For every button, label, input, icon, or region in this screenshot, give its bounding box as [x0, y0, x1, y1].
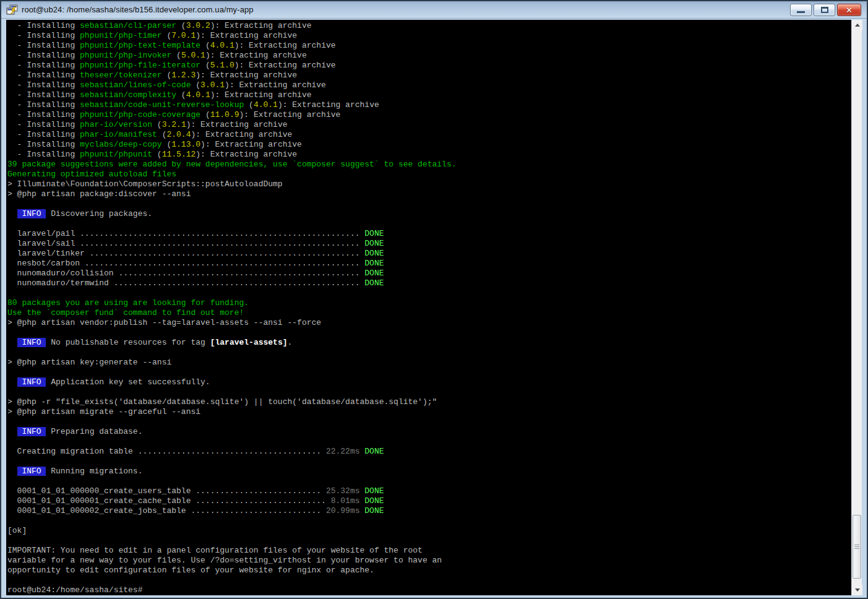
terminal-line: > @php artisan migrate --graceful --ansi	[7, 407, 854, 417]
terminal-line: - Installing sebastian/complexity (4.0.1…	[7, 90, 854, 100]
terminal-line: 39 package suggestions were added by new…	[7, 160, 854, 170]
terminal-line: - Installing sebastian/lines-of-code (3.…	[7, 80, 854, 90]
terminal-line: > @php artisan key:generate --ansi	[7, 358, 854, 368]
terminal-line	[7, 437, 854, 447]
terminal-line: Creating migration table ...............…	[7, 447, 854, 457]
terminal-line: laravel/tinker .........................…	[7, 249, 854, 259]
terminal-line	[7, 516, 854, 526]
terminal-line: INFO No publishable resources for tag [l…	[7, 338, 854, 348]
terminal-line	[7, 288, 854, 298]
terminal-line: nesbot/carbon ..........................…	[7, 259, 854, 269]
terminal-line	[7, 348, 854, 358]
putty-window: root@ub24: /home/sasha/sites/b156.itdeve…	[0, 0, 868, 599]
terminal-line: [ok]	[7, 526, 854, 536]
scroll-up-button[interactable]	[852, 20, 862, 30]
terminal-line: - Installing phpunit/php-invoker (5.0.1)…	[7, 51, 854, 61]
terminal-line: variable for a new way to your files. Us…	[7, 556, 854, 566]
terminal-line: - Installing phpunit/php-timer (7.0.1): …	[7, 31, 854, 41]
terminal-line: nunomaduro/collision ...................…	[7, 269, 854, 278]
terminal-line: - Installing phar-io/manifest (2.0.4): E…	[7, 130, 854, 140]
terminal-line	[7, 368, 854, 377]
terminal-line	[7, 536, 854, 546]
terminal-line: Use the `composer fund` command to find …	[7, 308, 854, 318]
terminal-line: nunomaduro/termwind ....................…	[7, 278, 854, 288]
scroll-down-icon	[855, 588, 860, 592]
terminal-line: - Installing theseer/tokenizer (1.2.3): …	[7, 71, 854, 80]
terminal-line: Generating optimized autoload files	[7, 170, 854, 179]
window-controls: ✕	[790, 4, 861, 16]
scrollbar-thumb[interactable]	[853, 515, 861, 579]
terminal-line: laravel/pail ...........................…	[7, 229, 854, 239]
terminal-line: INFO Discovering packages.	[7, 209, 854, 219]
minimize-icon	[797, 11, 805, 13]
scroll-down-button[interactable]	[852, 585, 862, 595]
terminal-line: INFO Preparing database.	[7, 427, 854, 437]
terminal-line: > Illuminate\Foundation\ComposerScripts:…	[7, 179, 854, 189]
terminal-line	[7, 457, 854, 467]
terminal-line: - Installing sebastian/cli-parser (3.0.2…	[7, 21, 854, 31]
terminal-line: 0001_01_01_000001_create_cache_table ...…	[7, 496, 854, 506]
terminal-line: - Installing sebastian/code-unit-reverse…	[7, 100, 854, 110]
minimize-button[interactable]	[790, 4, 812, 16]
close-button[interactable]: ✕	[837, 4, 861, 16]
terminal-line: - Installing phpunit/php-text-template (…	[7, 41, 854, 51]
terminal-line: opportunity to edit configuration files …	[7, 566, 854, 575]
terminal-line: - Installing phar-io/version (3.2.1): Ex…	[7, 120, 854, 130]
terminal-line: > @php artisan package:discover --ansi	[7, 189, 854, 199]
terminal-line: 80 packages you are using are looking fo…	[7, 298, 854, 308]
terminal-line: - Installing myclabs/deep-copy (1.13.0):…	[7, 140, 854, 150]
terminal-line	[7, 575, 854, 585]
terminal-output[interactable]: - Installing sebastian/cli-parser (3.0.2…	[6, 20, 854, 595]
terminal-line	[7, 219, 854, 229]
terminal-line: IMPORTANT: You need to edit in a panel c…	[7, 546, 854, 556]
putty-app-icon	[6, 4, 19, 15]
terminal-line	[7, 328, 854, 338]
terminal-line	[7, 417, 854, 427]
scroll-up-icon	[855, 24, 860, 27]
terminal-line: - Installing phpunit/phpunit (11.5.12): …	[7, 150, 854, 160]
close-icon: ✕	[846, 6, 853, 14]
terminal-line	[7, 476, 854, 486]
scrollbar-grip-icon	[854, 545, 859, 549]
maximize-button[interactable]	[814, 4, 835, 16]
terminal-line: 0001_01_01_000002_create_jobs_table ....…	[7, 506, 854, 516]
terminal-line: laravel/sail ...........................…	[7, 239, 854, 249]
window-title: root@ub24: /home/sasha/sites/b156.itdeve…	[22, 5, 254, 14]
titlebar[interactable]: root@ub24: /home/sasha/sites/b156.itdeve…	[1, 1, 867, 19]
maximize-icon	[821, 7, 828, 13]
terminal-line: - Installing phpunit/php-file-iterator (…	[7, 61, 854, 71]
terminal-line: > @php -r "file_exists('database/databas…	[7, 397, 854, 407]
terminal-line: INFO Application key set successfully.	[7, 377, 854, 387]
scrollbar[interactable]	[851, 20, 862, 595]
terminal-line: INFO Running migrations.	[7, 467, 854, 476]
terminal-line: root@ub24:/home/sasha/sites#	[7, 585, 854, 595]
terminal-line	[7, 387, 854, 397]
terminal-line	[7, 199, 854, 209]
terminal-line: > @php artisan vendor:publish --tag=lara…	[7, 318, 854, 328]
terminal-line: 0001_01_01_000000_create_users_table ...…	[7, 486, 854, 496]
terminal-line: - Installing phpunit/php-code-coverage (…	[7, 110, 854, 120]
